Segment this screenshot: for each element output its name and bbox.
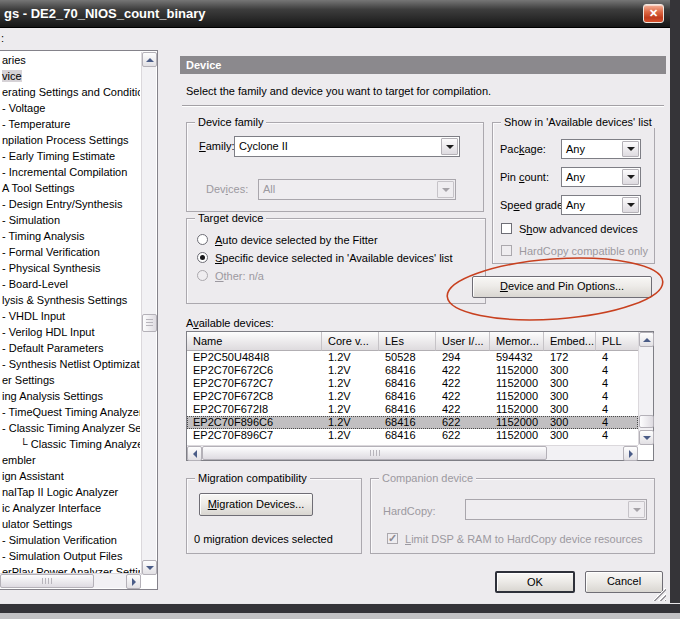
family-dropdown[interactable]: Cyclone II: [234, 136, 460, 157]
tree-horizontal-scrollbar[interactable]: [0, 573, 141, 588]
tree-item[interactable]: - Early Timing Estimate: [0, 148, 140, 164]
category-tree: aries vice erating Settings and Conditio…: [0, 50, 158, 590]
table-row[interactable]: EP2C70F672I81.2V6841642211520003004: [187, 403, 638, 416]
tree-item[interactable]: - Voltage: [0, 100, 140, 116]
scroll-thumb[interactable]: [202, 446, 547, 460]
dropdown-button[interactable]: [622, 197, 639, 213]
table-row[interactable]: EP2C50U484I81.2V505282945944321724: [187, 351, 638, 364]
tree-item[interactable]: - Formal Verification: [0, 244, 140, 260]
tree-item[interactable]: - VHDL Input: [0, 308, 140, 324]
auto-device-radio[interactable]: [197, 234, 208, 245]
tree-item[interactable]: - Incremental Compilation: [0, 164, 140, 180]
dropdown-button[interactable]: [622, 141, 639, 157]
column-header[interactable]: LEs: [379, 332, 436, 351]
table-row[interactable]: EP2C70F672C71.2V6841642211520003004: [187, 377, 638, 390]
column-header[interactable]: User I/...: [436, 332, 490, 351]
tree-vertical-scrollbar[interactable]: [141, 52, 156, 575]
column-header[interactable]: PLL: [596, 332, 639, 351]
arrow-left-icon: [193, 450, 197, 458]
companion-device-group: Companion device HardCopy: Limit DSP & R…: [370, 478, 655, 554]
tree-item[interactable]: erating Settings and Conditions: [0, 84, 140, 100]
background-strip: [0, 613, 680, 619]
migration-group: Migration compatibility Migration Device…: [186, 478, 362, 554]
table-vertical-scrollbar[interactable]: [638, 332, 653, 445]
resize-grip[interactable]: [652, 587, 666, 601]
chevron-down-icon: [627, 147, 635, 151]
tree-item-device-selected[interactable]: vice: [0, 68, 140, 84]
table-horizontal-scrollbar[interactable]: [187, 445, 638, 460]
tree-item[interactable]: lysis & Synthesis Settings: [0, 292, 140, 308]
column-header[interactable]: Core v...: [322, 332, 379, 351]
scroll-right-button[interactable]: [126, 574, 141, 589]
tree-item[interactable]: er Settings: [0, 372, 140, 388]
device-family-legend: Device family: [195, 116, 266, 128]
tree-item[interactable]: ign Assistant: [0, 468, 140, 484]
table-row-selected[interactable]: EP2C70F896C61.2V6841662211520003004: [187, 416, 638, 429]
table-row[interactable]: EP2C70F672C81.2V6841642211520003004: [187, 390, 638, 403]
dropdown-button[interactable]: [441, 138, 458, 155]
hardcopy-only-label: HardCopy compatible only: [519, 245, 648, 257]
tree-item[interactable]: - Board-Level: [0, 276, 140, 292]
chevron-down-icon: [446, 145, 454, 149]
chevron-down-icon: [442, 188, 450, 192]
tree-item[interactable]: └ Classic Timing Analyzer F: [0, 436, 140, 452]
scroll-thumb[interactable]: [142, 314, 157, 332]
show-advanced-checkbox[interactable]: [501, 223, 512, 234]
title-bar[interactable]: gs - DE2_70_NIOS_count_binary ✕: [0, 0, 672, 28]
other-label: Other: n/a: [215, 270, 264, 282]
pin-count-dropdown[interactable]: Any: [561, 167, 641, 187]
package-dropdown[interactable]: Any: [561, 139, 641, 159]
show-in-list-legend: Show in 'Available devices' list: [501, 116, 655, 128]
tree-item[interactable]: ing Analysis Settings: [0, 388, 140, 404]
dropdown-button[interactable]: [622, 169, 639, 185]
scroll-thumb[interactable]: [639, 415, 654, 428]
tree-item[interactable]: ic Analyzer Interface: [0, 500, 140, 516]
close-button[interactable]: ✕: [643, 4, 664, 23]
tree-item[interactable]: - Synthesis Netlist Optimization: [0, 356, 140, 372]
column-header[interactable]: Embed...: [544, 332, 596, 351]
target-device-group: Target device Auto device selected by th…: [186, 218, 486, 304]
tree-item[interactable]: - Design Entry/Synthesis: [0, 196, 140, 212]
dropdown-button: [628, 501, 645, 518]
scroll-thumb[interactable]: [0, 574, 94, 588]
tree-item[interactable]: - Simulation Verification: [0, 532, 140, 548]
tree-item[interactable]: - Classic Timing Analyzer Settin: [0, 420, 140, 436]
tree-item[interactable]: - Simulation Output Files: [0, 548, 140, 564]
pin-count-value: Any: [566, 171, 585, 183]
tree-item[interactable]: nalTap II Logic Analyzer: [0, 484, 140, 500]
tree-item[interactable]: - TimeQuest Timing Analyzer: [0, 404, 140, 420]
tree-item[interactable]: aries: [0, 52, 140, 68]
tree-item[interactable]: - Physical Synthesis: [0, 260, 140, 276]
tree-item[interactable]: - Temperature: [0, 116, 140, 132]
speed-grade-dropdown[interactable]: Any: [561, 195, 641, 215]
column-header[interactable]: Name: [187, 332, 322, 351]
page-description: Select the family and device you want to…: [186, 85, 491, 97]
tree-item[interactable]: - Simulation: [0, 212, 140, 228]
table-row[interactable]: EP2C70F896C71.2V6841662211520003004: [187, 429, 638, 442]
tree-item[interactable]: - Default Parameters: [0, 340, 140, 356]
page-title: Device: [180, 56, 666, 74]
scroll-up-button[interactable]: [142, 52, 157, 67]
scroll-right-button[interactable]: [623, 446, 638, 461]
tree-item[interactable]: - Verilog HDL Input: [0, 324, 140, 340]
speed-grade-label: Speed grade:: [500, 199, 566, 211]
tree-item[interactable]: npilation Process Settings: [0, 132, 140, 148]
tree-item[interactable]: embler: [0, 452, 140, 468]
device-and-pin-options-button[interactable]: Device and Pin Options...: [472, 276, 652, 298]
scroll-down-button[interactable]: [142, 560, 157, 575]
specific-device-radio-selected[interactable]: [197, 252, 208, 263]
scroll-left-button[interactable]: [187, 446, 202, 461]
tree-item[interactable]: - Timing Analysis: [0, 228, 140, 244]
ok-button[interactable]: OK: [495, 571, 575, 593]
family-label: Family:: [199, 140, 234, 152]
scroll-up-button[interactable]: [639, 332, 654, 347]
migration-devices-button[interactable]: Migration Devices...: [199, 493, 313, 516]
device-family-group: Device family Family: Cyclone II Devices…: [186, 122, 484, 212]
scroll-down-button[interactable]: [639, 430, 654, 445]
tree-item[interactable]: ulator Settings: [0, 516, 140, 532]
table-row[interactable]: EP2C70F672C61.2V6841642211520003004: [187, 364, 638, 377]
window-frame-right: [670, 0, 680, 613]
tree-item[interactable]: A Tool Settings: [0, 180, 140, 196]
hardcopy-dropdown-disabled: [465, 499, 647, 520]
column-header[interactable]: Memor...: [490, 332, 544, 351]
